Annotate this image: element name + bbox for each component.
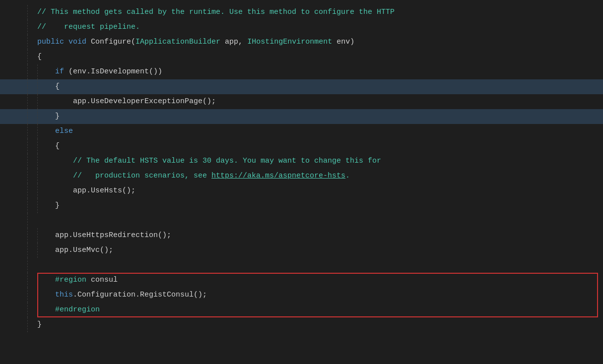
code-token: .Configuration.RegistConsul(); xyxy=(73,291,207,299)
code-line-10: { xyxy=(0,139,603,154)
code-token: if xyxy=(37,67,64,76)
code-line-5: if (env.IsDevelopment()) xyxy=(0,64,603,79)
code-token: { xyxy=(37,142,60,150)
code-line-13: app.UseHsts(); xyxy=(0,183,603,198)
code-line-18 xyxy=(0,258,603,273)
code-line-3: public void Configure(IApplicationBuilde… xyxy=(0,35,603,50)
code-line-4: { xyxy=(0,50,603,64)
code-line-1: // This method gets called by the runtim… xyxy=(0,5,603,20)
code-line-7: app.UseDeveloperExceptionPage(); xyxy=(0,94,603,109)
code-token: void xyxy=(68,38,86,46)
code-token: app, xyxy=(220,38,247,46)
line-content-10: { xyxy=(27,139,603,153)
line-content-15 xyxy=(27,214,603,228)
code-token: . xyxy=(345,172,350,180)
code-token: #endregion xyxy=(37,305,100,314)
line-content-21: #endregion xyxy=(27,303,603,317)
line-content-8: } xyxy=(27,110,603,123)
code-line-16: app.UseHttpsRedirection(); xyxy=(0,228,603,243)
code-line-9: else xyxy=(0,124,603,139)
line-content-11: // The default HSTS value is 30 days. Yo… xyxy=(27,154,603,168)
line-content-5: if (env.IsDevelopment()) xyxy=(27,65,603,79)
line-content-16: app.UseHttpsRedirection(); xyxy=(27,229,603,243)
line-content-13: app.UseHsts(); xyxy=(27,184,603,198)
code-line-11: // The default HSTS value is 30 days. Yo… xyxy=(0,154,603,169)
line-content-6: { xyxy=(27,80,603,94)
line-content-12: // production scenarios, see https://aka… xyxy=(27,169,603,183)
line-content-7: app.UseDeveloperExceptionPage(); xyxy=(27,95,603,109)
line-content-22: } xyxy=(27,318,603,332)
code-token: #region xyxy=(37,276,86,284)
code-lines: // This method gets called by the runtim… xyxy=(0,5,603,332)
code-token: (env.IsDevelopment()) xyxy=(64,67,162,76)
code-line-21: #endregion xyxy=(0,303,603,317)
code-token: app.UseDeveloperExceptionPage(); xyxy=(37,97,216,106)
line-content-17: app.UseMvc(); xyxy=(27,243,603,257)
code-token: } xyxy=(37,201,60,210)
code-token: consul xyxy=(86,276,118,284)
line-content-18 xyxy=(27,258,603,272)
code-token: else xyxy=(37,127,73,135)
code-token: { xyxy=(37,53,42,61)
code-line-17: app.UseMvc(); xyxy=(0,243,603,258)
code-token: app.UseMvc(); xyxy=(37,246,113,254)
line-content-1: // This method gets called by the runtim… xyxy=(27,5,603,19)
code-line-2: // request pipeline. xyxy=(0,20,603,35)
code-token: app.UseHsts(); xyxy=(37,186,135,195)
region-consul-block: #region consul this.Configuration.Regist… xyxy=(0,273,603,317)
code-token: } xyxy=(37,320,42,329)
line-content-14: } xyxy=(27,199,603,213)
line-content-4: { xyxy=(27,50,603,64)
code-token: env) xyxy=(332,38,354,46)
line-content-2: // request pipeline. xyxy=(27,20,603,34)
code-token: // This method gets called by the runtim… xyxy=(37,8,395,16)
code-editor: // This method gets called by the runtim… xyxy=(0,0,603,364)
line-content-20: this.Configuration.RegistConsul(); xyxy=(27,288,603,302)
code-line-14: } xyxy=(0,198,603,213)
code-token: // request pipeline. xyxy=(37,23,140,31)
code-token: { xyxy=(37,82,60,91)
code-token xyxy=(64,38,68,46)
line-content-19: #region consul xyxy=(27,273,603,287)
code-token: this xyxy=(55,291,73,299)
line-content-3: public void Configure(IApplicationBuilde… xyxy=(27,35,603,49)
line-content-9: else xyxy=(27,124,603,138)
code-token: Configure( xyxy=(86,38,135,46)
code-token: public xyxy=(37,38,64,46)
code-token: IHostingEnvironment xyxy=(247,38,332,46)
code-line-6: { xyxy=(0,79,603,94)
code-token: // production scenarios, see xyxy=(37,172,211,180)
code-line-20: this.Configuration.RegistConsul(); xyxy=(0,288,603,303)
code-token xyxy=(37,291,55,299)
hsts-link[interactable]: https://aka.ms/aspnetcore-hsts xyxy=(211,172,345,180)
code-line-19: #region consul xyxy=(0,273,603,288)
code-line-22: } xyxy=(0,317,603,332)
code-token: IApplicationBuilder xyxy=(135,38,220,46)
code-token: // The default HSTS value is 30 days. Yo… xyxy=(37,157,381,165)
code-token: } xyxy=(37,112,60,121)
code-line-15 xyxy=(0,213,603,228)
code-line-8: } xyxy=(0,109,603,124)
code-token: app.UseHttpsRedirection(); xyxy=(37,231,171,240)
code-line-12: // production scenarios, see https://aka… xyxy=(0,169,603,183)
